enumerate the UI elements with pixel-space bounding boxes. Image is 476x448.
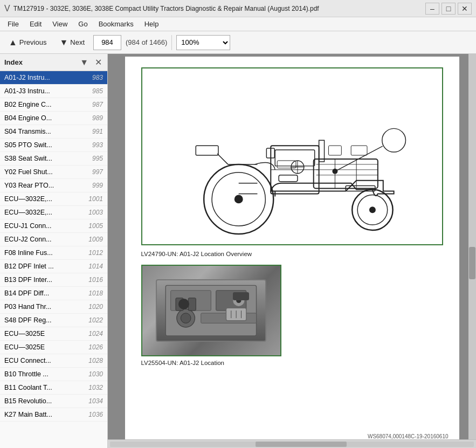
- sidebar-item[interactable]: B14 DPF Diff...1018: [0, 287, 107, 300]
- close-button[interactable]: ✕: [458, 3, 472, 15]
- sidebar-item[interactable]: S38 Seat Swit...995: [0, 152, 107, 166]
- menu-file[interactable]: File: [2, 19, 24, 29]
- sidebar-item-page: 989: [92, 114, 103, 122]
- svg-point-5: [369, 206, 375, 213]
- sidebar-item[interactable]: S05 PTO Swit...993: [0, 139, 107, 152]
- sidebar-item-label: B12 DPF Inlet ...: [4, 263, 86, 270]
- content-area: LV24790-UN: A01-J2 Location Overview: [108, 54, 476, 448]
- sidebar-item-label: ECU—3032E,...: [4, 209, 86, 216]
- sidebar-item[interactable]: P03 Hand Thr...1020: [0, 300, 107, 314]
- next-button[interactable]: ▼ Next: [55, 36, 89, 50]
- vertical-scrollbar-thumb[interactable]: [469, 247, 475, 279]
- sidebar-item-page: 985: [92, 87, 103, 95]
- sidebar-item[interactable]: B10 Throttle ...1030: [0, 368, 107, 381]
- sidebar-item-label: S38 Seat Swit...: [4, 155, 90, 162]
- svg-point-43: [236, 298, 241, 303]
- sidebar-item-page: 1014: [88, 263, 103, 270]
- horizontal-scrollbar-thumb[interactable]: [256, 442, 347, 447]
- sidebar-item[interactable]: ECU—3032E,...1001: [0, 192, 107, 206]
- sidebar-item[interactable]: B04 Engine O...989: [0, 112, 107, 125]
- sidebar-item-label: A01-J2 Instru...: [4, 74, 90, 81]
- sidebar-dropdown-button[interactable]: ▼: [79, 58, 89, 67]
- sidebar-item-label: ECU Connect...: [4, 357, 86, 364]
- svg-rect-30: [351, 146, 367, 155]
- sidebar-item-page: 1003: [88, 209, 103, 216]
- sidebar-item[interactable]: B15 Revolutio...1034: [0, 395, 107, 408]
- svg-rect-15: [279, 175, 298, 182]
- svg-line-32: [217, 154, 228, 164]
- minimize-button[interactable]: –: [425, 3, 439, 15]
- sidebar-item-label: B10 Throttle ...: [4, 370, 86, 378]
- toolbar: ▲ Previous ▼ Next (984 of 1466) 100% 50%…: [0, 31, 476, 54]
- sidebar-item[interactable]: Y02 Fuel Shut...997: [0, 166, 107, 179]
- sidebar-item[interactable]: ECU—3025E1026: [0, 341, 107, 354]
- diagram-caption: LV24790-UN: A01-J2 Location Overview: [141, 251, 443, 257]
- sidebar-item[interactable]: F08 Inline Fus...1012: [0, 246, 107, 260]
- sidebar-item-page: 1005: [88, 222, 103, 230]
- svg-rect-11: [275, 150, 314, 166]
- zoom-select[interactable]: 100% 50% 75% 125% 150% 200%: [176, 35, 230, 50]
- sidebar-item[interactable]: ECU-J2 Conn...1009: [0, 233, 107, 246]
- sidebar-item[interactable]: S48 DPF Reg...1022: [0, 314, 107, 327]
- next-label: Next: [70, 38, 85, 46]
- bottom-scrollbar[interactable]: [108, 439, 476, 448]
- sidebar-item-label: S04 Transmis...: [4, 128, 90, 135]
- sidebar-item-label: B11 Coolant T...: [4, 384, 86, 391]
- sidebar-close-button[interactable]: ✕: [94, 57, 103, 67]
- sidebar-item-page: 1020: [88, 303, 103, 311]
- sidebar: Index ▼ ✕ A01-J2 Instru...983A01-J3 Inst…: [0, 54, 108, 448]
- menu-bookmarks[interactable]: Bookmarks: [93, 19, 139, 29]
- svg-rect-40: [176, 298, 183, 311]
- previous-label: Previous: [19, 38, 47, 46]
- sidebar-item-page: 1012: [88, 249, 103, 257]
- sidebar-item[interactable]: ECU—3032E,...1003: [0, 206, 107, 219]
- previous-button[interactable]: ▲ Previous: [4, 36, 51, 50]
- sidebar-item-page: 1018: [88, 290, 103, 297]
- sidebar-item-page: 1036: [88, 411, 103, 418]
- sidebar-item[interactable]: B11 Coolant T...1032: [0, 381, 107, 395]
- sidebar-item-page: 995: [92, 155, 103, 162]
- page-count: (984 of 1466): [126, 38, 167, 46]
- window-controls: – □ ✕: [425, 3, 472, 15]
- svg-rect-33: [196, 146, 218, 155]
- sidebar-item-label: ECU-J1 Conn...: [4, 222, 86, 230]
- svg-point-27: [332, 169, 337, 174]
- sidebar-item-page: 1030: [88, 370, 103, 378]
- horizontal-scrollbar-track[interactable]: [110, 442, 474, 447]
- tractor-overview-svg: [142, 75, 442, 237]
- sidebar-item[interactable]: B12 DPF Inlet ...1014: [0, 260, 107, 273]
- sidebar-item[interactable]: B13 DPF Inter...1016: [0, 273, 107, 287]
- title-bar: V TM127919 - 3032E, 3036E, 3038E Compact…: [0, 0, 476, 17]
- window-title: TM127919 - 3032E, 3036E, 3038E Compact U…: [13, 5, 425, 12]
- menu-edit[interactable]: Edit: [24, 19, 47, 29]
- sidebar-item-page: 1032: [88, 384, 103, 391]
- sidebar-item[interactable]: S04 Transmis...991: [0, 125, 107, 139]
- sidebar-item[interactable]: Y03 Rear PTO...999: [0, 179, 107, 192]
- sidebar-item[interactable]: K27 Main Batt...1036: [0, 408, 107, 422]
- pdf-page[interactable]: LV24790-UN: A01-J2 Location Overview: [108, 54, 476, 439]
- svg-point-38: [181, 313, 191, 323]
- sidebar-item[interactable]: ECU—3025E1024: [0, 327, 107, 341]
- sidebar-item[interactable]: A01-J3 Instru...985: [0, 85, 107, 98]
- menu-go[interactable]: Go: [73, 19, 93, 29]
- maximize-button[interactable]: □: [441, 3, 456, 15]
- sidebar-item-page: 1024: [88, 330, 103, 337]
- vertical-scrollbar[interactable]: [468, 54, 476, 439]
- menu-help[interactable]: Help: [139, 19, 164, 29]
- sidebar-item-label: ECU-J2 Conn...: [4, 236, 86, 243]
- menu-view[interactable]: View: [47, 19, 73, 29]
- sidebar-item-label: S48 DPF Reg...: [4, 316, 86, 324]
- sidebar-list: A01-J2 Instru...983A01-J3 Instru...985B0…: [0, 71, 107, 448]
- sidebar-item-label: F08 Inline Fus...: [4, 249, 86, 257]
- page-input[interactable]: [93, 35, 121, 50]
- ws-number: WS68074,000148C-19-20160610: [368, 433, 449, 439]
- sidebar-item[interactable]: A01-J2 Instru...983: [0, 71, 107, 85]
- page-content: LV24790-UN: A01-J2 Location Overview: [125, 57, 459, 439]
- sidebar-item[interactable]: ECU Connect...1028: [0, 354, 107, 368]
- sidebar-item-page: 1009: [88, 236, 103, 243]
- photo-box: [141, 265, 281, 356]
- sidebar-item[interactable]: B02 Engine C...987: [0, 98, 107, 112]
- engine-svg: [157, 280, 265, 341]
- sidebar-item-label: B14 DPF Diff...: [4, 290, 86, 297]
- sidebar-item[interactable]: ECU-J1 Conn...1005: [0, 219, 107, 233]
